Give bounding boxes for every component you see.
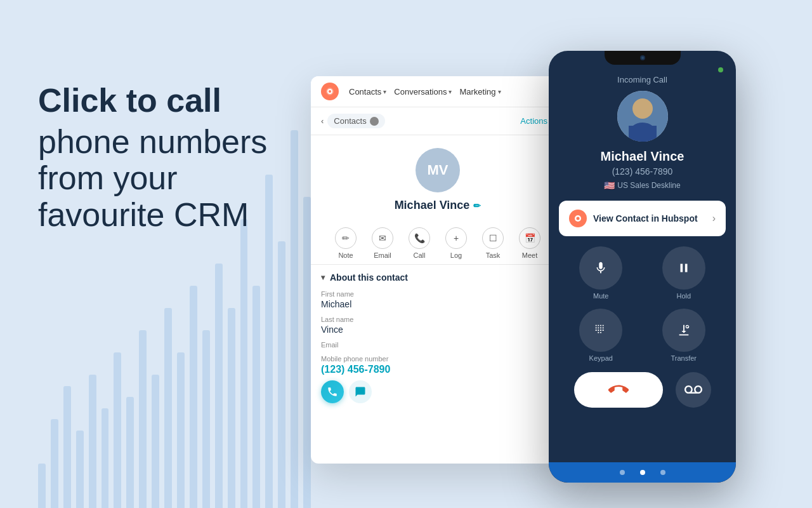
caller-line: 🇺🇸 US Sales Deskline <box>549 180 736 190</box>
bar-4 <box>89 375 96 508</box>
chevron-down-icon: ▾ <box>383 88 386 95</box>
bar-19 <box>278 241 285 508</box>
meet-icon: 📅 <box>519 227 540 249</box>
transfer-control-group: Transfer <box>647 309 721 362</box>
chat-icon <box>355 386 366 398</box>
meet-button[interactable]: 📅 Meet <box>519 227 540 259</box>
chat-button[interactable] <box>349 380 372 403</box>
mute-label: Mute <box>593 292 608 300</box>
bar-14 <box>215 264 223 508</box>
caller-phone: (123) 456-7890 <box>549 166 736 177</box>
crm-window: Contacts ▾ Conversations ▾ Marketing ▾ ‹… <box>311 76 565 464</box>
voicemail-button[interactable] <box>676 372 711 408</box>
microphone-icon <box>594 261 608 275</box>
nav-conversations[interactable]: Conversations ▾ <box>394 87 452 97</box>
bar-8 <box>139 330 147 508</box>
bar-21 <box>303 197 311 508</box>
caller-avatar <box>617 91 668 142</box>
call-icon: 📞 <box>409 227 430 249</box>
transfer-label: Transfer <box>671 354 697 362</box>
mute-button[interactable] <box>579 246 622 290</box>
about-section: ▾ About this contact First name Michael … <box>311 265 565 417</box>
phone-call-icon <box>327 386 338 398</box>
bottom-actions <box>549 372 736 408</box>
email-field: Email <box>321 341 554 349</box>
bar-10 <box>164 308 172 508</box>
hold-control-group: Hold <box>647 246 721 300</box>
bar-17 <box>252 286 260 508</box>
bar-2 <box>63 386 71 509</box>
hold-label: Hold <box>676 292 691 300</box>
email-icon: ✉ <box>372 227 393 249</box>
user-icon <box>370 117 379 126</box>
call-controls: Mute Hold Keypad <box>549 246 736 362</box>
bar-7 <box>126 397 134 508</box>
email-button[interactable]: ✉ Email <box>372 227 393 259</box>
transfer-button[interactable] <box>662 309 705 352</box>
back-arrow-icon: ‹ <box>321 116 324 126</box>
bar-12 <box>190 286 197 508</box>
call-button[interactable]: 📞 Call <box>409 227 430 259</box>
incoming-call-label: Incoming Call <box>549 75 736 84</box>
crm-nav-items: Contacts ▾ Conversations ▾ Marketing ▾ <box>349 87 501 97</box>
task-button[interactable]: ☐ Task <box>482 227 504 259</box>
page-subtitle: phone numbersfrom yourfavourite CRM <box>38 124 267 233</box>
phone-status-bar <box>549 65 736 75</box>
phone-number[interactable]: (123) 456-7890 <box>321 364 554 375</box>
view-contact-button[interactable]: View Contact in Hubspot › <box>559 201 726 236</box>
note-icon: ✏ <box>335 227 357 249</box>
firstname-field: First name Michael <box>321 290 554 309</box>
chevron-down-icon: ▾ <box>498 88 501 95</box>
lastname-field: Last name Vince <box>321 316 554 335</box>
hold-button[interactable] <box>662 246 705 290</box>
svg-rect-6 <box>629 126 657 142</box>
bar-0 <box>38 464 46 508</box>
mute-control-group: Mute <box>564 246 638 300</box>
pause-icon <box>677 261 691 275</box>
nav-dot-3 <box>660 470 665 475</box>
phone-notch-inner <box>605 51 681 65</box>
flag-icon: 🇺🇸 <box>604 180 615 190</box>
page-title: Click to call <box>38 83 267 119</box>
bar-6 <box>114 352 121 508</box>
contacts-breadcrumb[interactable]: Contacts <box>327 114 384 128</box>
status-indicator <box>718 67 723 72</box>
bar-11 <box>177 352 185 508</box>
nav-marketing[interactable]: Marketing ▾ <box>459 87 501 97</box>
svg-point-4 <box>632 98 653 119</box>
bar-3 <box>76 431 84 509</box>
note-button[interactable]: ✏ Note <box>335 227 357 259</box>
edit-icon[interactable]: ✏ <box>473 201 481 211</box>
bar-1 <box>51 419 58 508</box>
keypad-button[interactable] <box>579 309 622 352</box>
bar-15 <box>228 308 235 508</box>
about-toggle[interactable]: ▾ About this contact <box>321 272 554 283</box>
chevron-right-icon: › <box>712 213 716 224</box>
task-icon: ☐ <box>482 227 504 249</box>
caller-name: Michael Vince <box>549 149 736 164</box>
click-to-call-button[interactable] <box>321 380 344 403</box>
bar-9 <box>152 375 159 508</box>
hubspot-logo-icon <box>321 83 339 100</box>
nav-dot-1 <box>620 470 625 475</box>
phone-widget: Incoming Call Michael Vince (123) 456-78… <box>549 51 736 483</box>
svg-point-2 <box>329 90 331 93</box>
camera-icon <box>640 55 645 60</box>
hubspot-logo-icon <box>569 210 587 227</box>
log-button[interactable]: + Log <box>445 227 467 259</box>
keypad-label: Keypad <box>589 354 613 362</box>
voicemail-icon <box>684 381 702 399</box>
phone-notch <box>549 51 736 65</box>
contact-name: Michael Vince ✏ <box>321 199 554 212</box>
end-call-button[interactable] <box>574 372 663 408</box>
chevron-down-icon: ▾ <box>449 88 452 95</box>
breadcrumb: ‹ Contacts Actions ▾ <box>311 107 565 135</box>
call-icons <box>321 380 554 403</box>
chevron-down-icon: ▾ <box>321 273 325 282</box>
bar-5 <box>102 408 109 509</box>
end-call-icon <box>608 380 629 400</box>
bar-13 <box>202 330 210 508</box>
nav-contacts[interactable]: Contacts ▾ <box>349 87 386 97</box>
contact-profile: MV Michael Vince ✏ <box>311 135 565 218</box>
keypad-control-group: Keypad <box>564 309 638 362</box>
